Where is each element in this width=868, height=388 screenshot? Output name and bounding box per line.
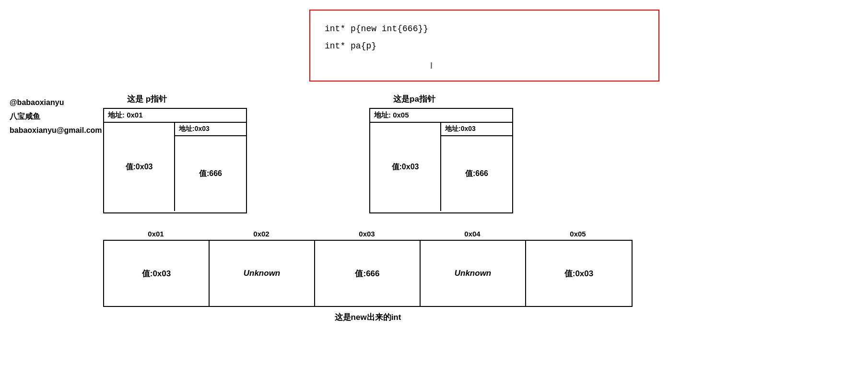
code-box: int* p{new int{666}} int* pa{p} I xyxy=(309,10,659,82)
pa-pointer-label: 这是pa指针 xyxy=(393,94,435,105)
pa-pointer-box: 地址: 0x05 值:0x03 地址:0x03 值:666 xyxy=(369,108,513,213)
mem-cell-3: Unknown xyxy=(421,241,526,306)
text-cursor: I xyxy=(430,61,433,71)
mem-addr-4: 0x05 xyxy=(525,230,631,238)
memory-section: 0x01 0x02 0x03 0x04 0x05 值:0x03 Unknown … xyxy=(103,228,633,323)
p-pointer-box: 地址: 0x01 值:0x03 地址:0x03 值:666 xyxy=(103,108,247,213)
pa-address: 地址: 0x05 xyxy=(370,109,512,123)
author-email: babaoxianyu@gmail.com xyxy=(10,124,102,138)
p-address: 地址: 0x01 xyxy=(104,109,246,123)
mem-cell-1: Unknown xyxy=(210,241,315,306)
pa-inner-value: 值:666 xyxy=(441,136,512,211)
mem-addr-3: 0x04 xyxy=(420,230,525,238)
p-inner-value: 值:666 xyxy=(175,136,246,211)
mem-cell-0: 值:0x03 xyxy=(104,241,210,306)
author-name: 八宝咸鱼 xyxy=(10,110,102,124)
pa-inner-address: 地址:0x03 xyxy=(441,123,512,136)
mem-cell-4: 值:0x03 xyxy=(526,241,632,306)
code-content: int* p{new int{666}} int* pa{p} xyxy=(325,20,644,55)
mem-addr-0: 0x01 xyxy=(103,230,209,238)
p-pointer-label: 这是 p指针 xyxy=(127,94,167,105)
pa-value: 值:0x03 xyxy=(370,123,441,211)
p-inner-address: 地址:0x03 xyxy=(175,123,246,136)
p-value: 值:0x03 xyxy=(104,123,175,211)
mem-cell-2: 值:666 xyxy=(315,241,421,306)
author-info: @babaoxianyu 八宝咸鱼 babaoxianyu@gmail.com xyxy=(10,96,102,137)
memory-footer: 这是new出来的int xyxy=(103,312,633,323)
mem-addr-1: 0x02 xyxy=(209,230,314,238)
memory-row: 值:0x03 Unknown 值:666 Unknown 值:0x03 xyxy=(103,240,633,307)
mem-addr-2: 0x03 xyxy=(314,230,420,238)
author-handle: @babaoxianyu xyxy=(10,96,102,110)
